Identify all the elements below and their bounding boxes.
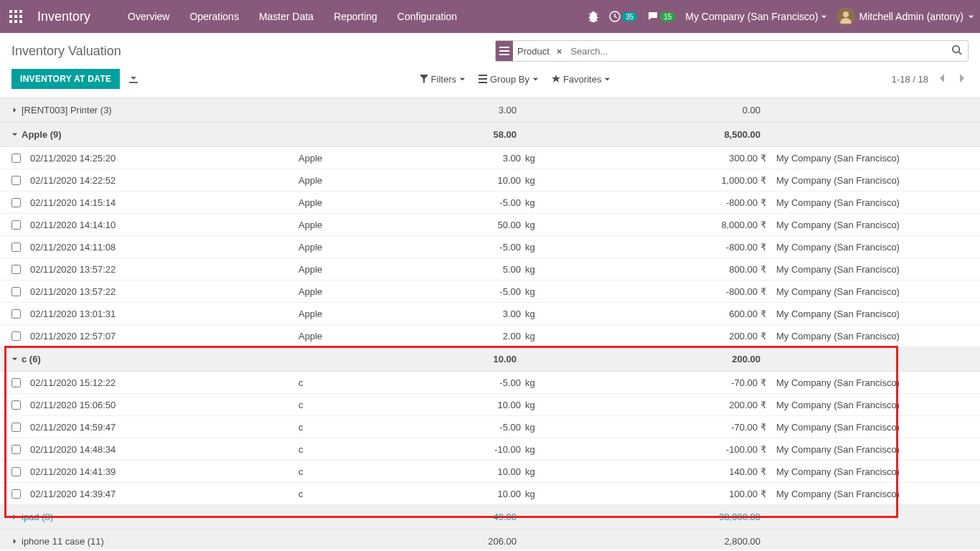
apps-icon[interactable]: [6, 6, 26, 27]
company-selector[interactable]: My Company (San Francisco): [685, 11, 827, 22]
table-row[interactable]: 02/11/2020 13:57:22Apple-5.00kg-800.00₹M…: [0, 281, 980, 303]
cell-currency: ₹: [758, 309, 771, 319]
cell-product: Apple: [298, 153, 424, 164]
group-header[interactable]: iphone 11 case (11)206.002,800.00: [0, 529, 980, 550]
chevron-down-icon: [532, 76, 539, 83]
row-checkbox[interactable]: [11, 154, 30, 163]
cell-unit: kg: [521, 197, 550, 208]
svg-rect-12: [499, 47, 509, 48]
activity-icon[interactable]: 35: [609, 11, 637, 22]
svg-rect-5: [19, 15, 22, 18]
row-checkbox[interactable]: [11, 287, 30, 296]
group-qty: 206.00: [308, 536, 531, 547]
row-checkbox[interactable]: [11, 445, 30, 454]
cell-value: 200.00: [550, 400, 758, 410]
cell-company: My Company (San Francisco): [771, 153, 969, 164]
pager-prev[interactable]: [936, 70, 948, 88]
cell-qty: -5.00: [424, 422, 521, 433]
cell-unit: kg: [521, 466, 550, 477]
nav-item-configuration[interactable]: Configuration: [389, 5, 466, 28]
table-row[interactable]: 02/11/2020 15:06:50c10.00kg200.00₹My Com…: [0, 394, 980, 416]
cell-value: 800.00: [550, 264, 758, 275]
cell-date: 02/11/2020 13:57:22: [30, 264, 298, 275]
search-input[interactable]: [565, 42, 946, 60]
table-row[interactable]: 02/11/2020 14:14:10Apple50.00kg8,000.00₹…: [0, 214, 980, 236]
nav-item-reporting[interactable]: Reporting: [325, 5, 386, 28]
cell-qty: 10.00: [424, 466, 521, 477]
chevron-down-icon: [968, 14, 974, 20]
cell-date: 02/11/2020 15:12:22: [30, 377, 298, 388]
row-checkbox[interactable]: [11, 265, 30, 274]
table-row[interactable]: 02/11/2020 15:12:22c-5.00kg-70.00₹My Com…: [0, 372, 980, 394]
chevron-down-icon: [459, 76, 466, 83]
search-icon[interactable]: [946, 44, 968, 57]
row-checkbox[interactable]: [11, 423, 30, 432]
row-checkbox[interactable]: [11, 176, 30, 185]
table-row[interactable]: 02/11/2020 14:48:34c-10.00kg-100.00₹My C…: [0, 438, 980, 461]
cell-date: 02/11/2020 13:01:31: [30, 309, 298, 319]
user-menu[interactable]: Mitchell Admin (antony): [837, 8, 974, 25]
cell-company: My Company (San Francisco): [771, 489, 969, 499]
cell-qty: 50.00: [424, 220, 521, 230]
group-value: 98,000.00: [531, 512, 760, 522]
nav-item-overview[interactable]: Overview: [119, 5, 178, 28]
search-facet: Product ×: [496, 41, 565, 61]
table-row[interactable]: 02/11/2020 14:15:14Apple-5.00kg-800.00₹M…: [0, 192, 980, 214]
control-row: Inventory Valuation Product ×: [0, 33, 980, 62]
row-checkbox[interactable]: [11, 489, 30, 499]
svg-rect-1: [14, 10, 17, 13]
svg-rect-2: [19, 10, 22, 13]
groupby-label: Group By: [490, 74, 529, 85]
row-checkbox[interactable]: [11, 400, 30, 410]
pager-next[interactable]: [956, 70, 969, 88]
row-checkbox[interactable]: [11, 198, 30, 207]
cell-value: 300.00: [550, 153, 758, 164]
table-row[interactable]: 02/11/2020 14:41:39c10.00kg140.00₹My Com…: [0, 461, 980, 483]
cell-currency: ₹: [758, 264, 771, 275]
group-header[interactable]: Apple (9)58.008,500.00: [0, 123, 980, 147]
table-row[interactable]: 02/11/2020 14:22:52Apple10.00kg1,000.00₹…: [0, 169, 980, 192]
cell-qty: 2.00: [424, 331, 521, 342]
group-header[interactable]: [RENT003] Printer (3)3.000.00: [0, 98, 980, 123]
groupby-button[interactable]: Group By: [479, 74, 539, 85]
svg-rect-3: [9, 15, 12, 18]
cell-date: 02/11/2020 14:41:39: [30, 466, 298, 477]
table-row[interactable]: 02/11/2020 14:25:20Apple3.00kg300.00₹My …: [0, 147, 980, 169]
download-icon[interactable]: [128, 73, 138, 85]
cell-value: -100.00: [550, 444, 758, 455]
user-name: Mitchell Admin (antony): [859, 11, 963, 22]
group-header[interactable]: c (6)10.00200.00: [0, 347, 980, 372]
nav-item-master-data[interactable]: Master Data: [250, 5, 322, 28]
cell-company: My Company (San Francisco): [771, 242, 969, 253]
table-row[interactable]: 02/11/2020 14:59:47c-5.00kg-70.00₹My Com…: [0, 416, 980, 438]
inventory-at-date-button[interactable]: INVENTORY AT DATE: [11, 69, 120, 89]
row-checkbox[interactable]: [11, 309, 30, 319]
row-checkbox[interactable]: [11, 467, 30, 476]
cell-unit: kg: [521, 286, 550, 297]
caret-down-icon: [11, 129, 22, 140]
table-row[interactable]: 02/11/2020 13:01:31Apple3.00kg600.00₹My …: [0, 303, 980, 325]
brand-title[interactable]: Inventory: [37, 9, 90, 24]
table-row[interactable]: 02/11/2020 14:39:47c10.00kg100.00₹My Com…: [0, 483, 980, 505]
table-row[interactable]: 02/11/2020 13:57:22Apple5.00kg800.00₹My …: [0, 258, 980, 281]
table-row[interactable]: 02/11/2020 12:57:07Apple2.00kg200.00₹My …: [0, 325, 980, 347]
row-checkbox[interactable]: [11, 242, 30, 252]
row-checkbox[interactable]: [11, 220, 30, 230]
facet-label: Product: [513, 46, 554, 57]
cell-value: -800.00: [550, 197, 758, 208]
cell-product: Apple: [298, 331, 424, 342]
nav-item-operations[interactable]: Operations: [181, 5, 247, 28]
cell-value: 600.00: [550, 309, 758, 319]
debug-icon[interactable]: [588, 11, 599, 22]
favorites-button[interactable]: Favorites: [552, 74, 611, 85]
cell-company: My Company (San Francisco): [771, 220, 969, 230]
facet-remove[interactable]: ×: [554, 46, 565, 57]
table-row[interactable]: 02/11/2020 14:11:08Apple-5.00kg-800.00₹M…: [0, 236, 980, 258]
messaging-icon[interactable]: 15: [647, 11, 675, 22]
cell-product: c: [298, 400, 424, 410]
row-checkbox[interactable]: [11, 331, 30, 341]
row-checkbox[interactable]: [11, 378, 30, 387]
group-header[interactable]: ipad (8)49.0098,000.00: [0, 505, 980, 529]
caret-down-icon: [11, 354, 22, 364]
filters-button[interactable]: Filters: [420, 74, 466, 85]
